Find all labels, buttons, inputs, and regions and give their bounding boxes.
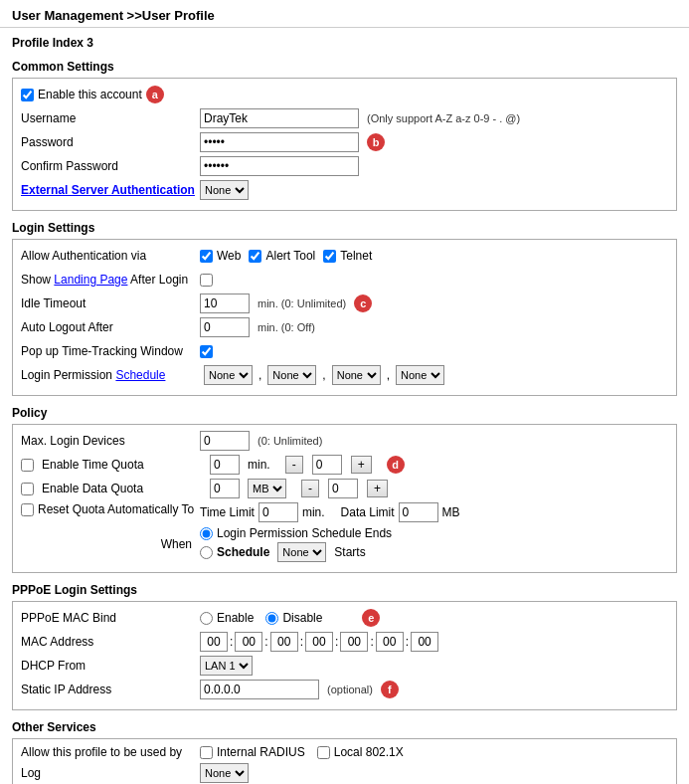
pppoe-settings-box: PPPoE MAC Bind Enable Disable e MAC Addr… [12,601,677,710]
allow-profile-label: Allow this profile to be used by [21,745,200,759]
username-input[interactable] [200,108,359,128]
when-schedule-select[interactable]: None [277,542,326,562]
data-quota-minus-btn[interactable]: - [301,480,319,497]
mac-bind-label: PPPoE MAC Bind [21,611,200,625]
time-quota-minus-btn[interactable]: - [285,456,303,474]
radio-schedule-starts-row: Schedule None Starts [200,542,392,562]
landing-page-link[interactable]: Landing Page [54,273,127,287]
radio-schedule-ends[interactable] [200,527,213,540]
max-login-input[interactable] [200,431,250,451]
data-quota-row: Enable Data Quota MB - + [21,479,668,498]
password-row: Password b [21,132,668,152]
password-label: Password [21,135,200,149]
mac-octet-1[interactable] [200,632,228,652]
schedule-link[interactable]: Schedule [115,368,165,382]
web-label: Web [217,249,241,263]
mac-octet-3[interactable] [270,632,298,652]
mac-octet-2[interactable] [235,632,262,652]
data-limit-input[interactable] [399,502,438,522]
time-quota-plus-btn[interactable]: + [351,456,372,474]
popup-row: Pop up Time-Tracking Window [21,341,668,361]
time-quota-checkbox[interactable] [21,459,34,472]
mac-address-inputs: : : : : : : [200,632,438,652]
ext-auth-select[interactable]: None [200,180,249,200]
mac-octet-6[interactable] [376,632,404,652]
web-check-label: Web [200,249,241,263]
mac-octet-4[interactable] [305,632,333,652]
pppoe-settings-header: PPPoE Login Settings [12,583,677,597]
starts-label: Starts [334,545,365,559]
login-settings-header: Login Settings [12,221,677,235]
schedule-select-4[interactable]: None [396,365,444,385]
idle-timeout-hint: min. (0: Unlimited) [258,297,346,309]
services-check-group: Internal RADIUS Local 802.1X [200,745,404,759]
dhcp-from-label: DHCP From [21,659,200,673]
reset-quota-checkbox[interactable] [21,503,34,516]
radio-schedule-starts[interactable] [200,546,213,559]
confirm-password-input[interactable] [200,156,359,176]
time-limit-input[interactable] [258,502,298,522]
radio-schedule-ends-row: Login Permission Schedule Ends [200,526,392,540]
radio-schedule-label: Schedule [217,545,269,559]
data-quota-unit-select[interactable]: MB [248,479,286,498]
local-8021x-checkbox[interactable] [317,746,330,759]
idle-timeout-label: Idle Timeout [21,296,200,310]
auto-logout-label: Auto Logout After [21,320,200,334]
schedule-select-3[interactable]: None [332,365,381,385]
username-label: Username [21,111,200,125]
data-quota-value[interactable] [210,479,240,498]
other-services-header: Other Services [12,720,677,734]
enable-account-label: Enable this account [38,88,142,101]
when-radio-group: Login Permission Schedule Ends Schedule … [200,526,392,562]
idle-timeout-input[interactable] [200,294,250,313]
data-quota-label: Enable Data Quota [42,482,206,495]
mac-bind-row: PPPoE MAC Bind Enable Disable e [21,608,668,628]
page-title: User Management >>User Profile [12,8,215,23]
ext-auth-row: External Server Authentication None [21,180,668,200]
time-quota-row: Enable Time Quota min. - + d [21,455,668,475]
log-row: Log None [21,763,668,783]
data-quota-plus-btn[interactable]: + [367,480,388,497]
profile-index: Profile Index 3 [12,36,677,50]
when-label: When [21,537,200,551]
internal-radius-checkbox[interactable] [200,746,213,759]
mac-bind-disable-label: Disable [265,611,322,625]
time-quota-value[interactable] [210,455,240,475]
time-quota-box[interactable] [312,455,342,475]
schedule-select-1[interactable]: None [204,365,253,385]
badge-c: c [354,294,372,312]
landing-page-checkbox[interactable] [200,274,213,287]
alert-tool-check-label: Alert Tool [249,249,315,263]
time-quota-label: Enable Time Quota [42,458,206,472]
mac-octet-7[interactable] [411,632,438,652]
telnet-check-label: Telnet [323,249,372,263]
dhcp-from-select[interactable]: LAN 1 [200,656,253,676]
log-select[interactable]: None [200,763,249,783]
data-quota-box[interactable] [328,479,358,498]
internal-radius-label: Internal RADIUS [200,745,305,759]
dhcp-from-row: DHCP From LAN 1 [21,656,668,676]
static-ip-input[interactable] [200,680,319,699]
alert-tool-label: Alert Tool [265,249,315,263]
auto-logout-input[interactable] [200,317,250,337]
mac-address-row: MAC Address : : : : : : [21,632,668,652]
username-hint: (Only support A-Z a-z 0-9 - . @) [367,112,520,124]
reset-quota-row: Reset Quota Automatically To Time Limit … [21,502,668,522]
mac-bind-enable-radio[interactable] [200,612,213,625]
policy-box: Max. Login Devices (0: Unlimited) Enable… [12,424,677,573]
confirm-password-label: Confirm Password [21,159,200,173]
alert-tool-checkbox[interactable] [249,250,261,263]
ext-auth-label: External Server Authentication [21,183,200,197]
web-checkbox[interactable] [200,250,213,263]
schedule-select-2[interactable]: None [267,365,316,385]
mac-bind-disable-radio[interactable] [265,612,278,625]
popup-checkbox[interactable] [200,345,213,358]
mac-octet-5[interactable] [340,632,368,652]
password-input[interactable] [200,132,359,152]
time-limit-unit: min. [302,505,325,519]
data-quota-checkbox[interactable] [21,483,34,495]
telnet-checkbox[interactable] [323,250,336,263]
enable-account-checkbox[interactable] [21,89,34,101]
badge-d: d [387,456,405,474]
login-permission-label: Login Permission Schedule [21,368,200,382]
